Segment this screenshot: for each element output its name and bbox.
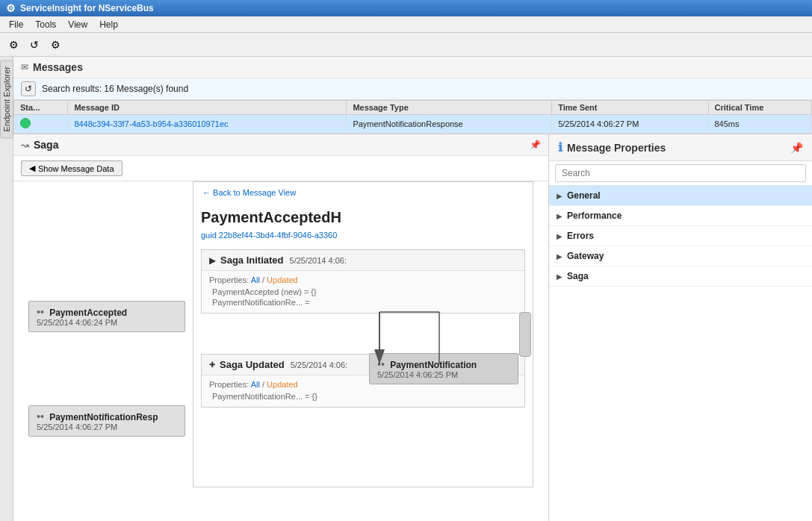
saga-diagram-panel: ← Back to Message View PaymentAcceptedH … [193, 181, 533, 487]
toolbar-options-button[interactable]: ⚙ [46, 36, 64, 54]
saga-label: Saga [567, 271, 589, 281]
saga-icon: ↝ [21, 140, 29, 151]
toolbar: ⚙ ↺ ⚙ [0, 33, 812, 57]
saga-guid: guid 22b8ef44-3bd4-4fbf-9046-a3360 [193, 229, 533, 241]
bottom-area: ↝ Saga 📌 ◀ Show Message Data ← Back to M… [13, 134, 812, 521]
errors-label: Errors [567, 231, 594, 241]
payment-accepted-name: PaymentAccepted [49, 308, 127, 318]
row-message-type: PaymentNotificationResponse [347, 115, 552, 134]
payment-accepted-message-box[interactable]: •• PaymentAccepted 5/25/2014 4:06:24 PM [28, 301, 185, 332]
messages-header: ✉ Messages [13, 57, 812, 78]
saga-initiated-time: 5/25/2014 4:06: [290, 256, 347, 265]
app-title: ServiceInsight for NServiceBus [20, 3, 154, 13]
play-icon: ▶ [209, 255, 216, 266]
title-bar: ⚙ ServiceInsight for NServiceBus [0, 0, 812, 16]
general-label: General [567, 190, 601, 201]
payment-notification-time: 5/25/2014 4:06:25 PM [377, 370, 510, 379]
message-properties-title: Message Properties [567, 142, 666, 154]
show-message-data-button[interactable]: ◀ Show Message Data [21, 160, 123, 176]
scroll-handle[interactable] [519, 312, 531, 357]
payment-notif-resp-time: 5/25/2014 4:06:27 PM [37, 422, 177, 431]
endpoint-explorer-tab[interactable]: Endpoint Explorer [0, 60, 13, 138]
messages-panel: ✉ Messages ↺ Search results: 16 Message(… [13, 57, 812, 134]
payment-notif-resp-name: PaymentNotificationResp [49, 412, 158, 422]
performance-label: Performance [567, 210, 622, 221]
tree-arrow-errors: ▶ [557, 232, 562, 240]
props-label: Properties: [209, 275, 249, 284]
saga-initiated-block: ▶ Saga Initiated 5/25/2014 4:06: Propert… [201, 249, 525, 313]
saga-title-area: PaymentAcceptedH [193, 209, 533, 229]
msg-dots-notif-icon: •• [377, 358, 385, 370]
messages-title: Messages [33, 61, 83, 73]
toolbar-refresh-button[interactable]: ↺ [25, 36, 43, 54]
payment-notification-message-box[interactable]: •• PaymentNotification 5/25/2014 4:06:25… [369, 353, 518, 384]
table-row[interactable]: 8448c394-33f7-4a53-b954-a336010971ec Pay… [14, 115, 812, 134]
info-icon: ℹ [558, 140, 562, 155]
toolbar-settings-button[interactable]: ⚙ [4, 36, 22, 54]
back-to-message-view-link[interactable]: ← Back to Message View [193, 182, 533, 203]
row-critical-time: 845ms [708, 115, 812, 134]
show-data-label: Show Message Data [38, 164, 114, 173]
tree-arrow-saga: ▶ [557, 272, 562, 281]
row-status [14, 115, 68, 134]
prop-tree-saga[interactable]: ▶ Saga [549, 266, 812, 287]
saga-toolbar: ◀ Show Message Data [13, 156, 548, 181]
show-data-icon: ◀ [29, 163, 35, 173]
payment-notification-resp-message-box[interactable]: •• PaymentNotificationResp 5/25/2014 4:0… [28, 405, 185, 437]
saga-content: ← Back to Message View PaymentAcceptedH … [13, 181, 548, 487]
message-properties-panel: ℹ Message Properties 📌 ▶ General [549, 134, 812, 521]
prop-item-1: PaymentAccepted (new) = {} [209, 287, 517, 296]
col-time-sent: Time Sent [552, 101, 708, 115]
menu-help[interactable]: Help [93, 18, 124, 31]
menu-tools[interactable]: Tools [29, 18, 62, 31]
tree-arrow-general: ▶ [557, 192, 562, 200]
prop-tree-gateway[interactable]: ▶ Gateway [549, 246, 812, 266]
messages-table: Sta... Message ID Message Type Time Sent… [13, 100, 812, 134]
props-search-input[interactable] [555, 164, 806, 182]
message-properties-header: ℹ Message Properties 📌 [549, 134, 812, 161]
menu-view[interactable]: View [62, 18, 93, 31]
saga-title: Saga [34, 139, 58, 151]
saga-initiated-body: Properties: All / Updated PaymentAccepte… [202, 271, 524, 313]
status-ok-icon [20, 118, 31, 128]
tree-arrow-performance: ▶ [557, 212, 562, 220]
col-status: Sta... [14, 101, 68, 115]
prop-tree-performance[interactable]: ▶ Performance [549, 206, 812, 226]
tree-arrow-gateway: ▶ [557, 252, 562, 260]
payment-notification-name: PaymentNotification [390, 360, 477, 370]
updated-updated-link[interactable]: Updated [267, 380, 298, 389]
menu-bar: File Tools View Help [0, 16, 812, 33]
updated-link[interactable]: Updated [267, 275, 298, 284]
plus-icon: ✚ [209, 361, 215, 369]
col-critical-time: Critical Time [708, 101, 812, 115]
prop-tree-general[interactable]: ▶ General [549, 186, 812, 206]
prop-tree-errors[interactable]: ▶ Errors [549, 226, 812, 246]
saga-pin-icon[interactable]: 📌 [530, 140, 541, 150]
row-time-sent: 5/25/2014 4:06:27 PM [552, 115, 708, 134]
row-message-id[interactable]: 8448c394-33f7-4a53-b954-a336010971ec [68, 115, 347, 134]
property-tree: ▶ General ▶ Performance ▶ Errors [549, 186, 812, 287]
saga-header: ↝ Saga 📌 [13, 134, 548, 156]
gateway-label: Gateway [567, 251, 604, 261]
msg-dots-icon: •• [37, 306, 44, 318]
saga-initiated-header: ▶ Saga Initiated 5/25/2014 4:06: [202, 250, 524, 271]
menu-file[interactable]: File [3, 18, 29, 31]
properties-line: Properties: All / Updated [209, 275, 517, 284]
props-search-area [549, 161, 812, 186]
all-link[interactable]: All [251, 275, 260, 284]
saga-handler-name: PaymentAcceptedH [201, 209, 525, 226]
saga-panel: ↝ Saga 📌 ◀ Show Message Data ← Back to M… [13, 134, 549, 521]
prop-item-2: PaymentNotificationRe... = [209, 298, 517, 307]
left-sidebar: Endpoint Explorer [0, 57, 13, 521]
payment-accepted-time: 5/25/2014 4:06:24 PM [37, 318, 177, 327]
saga-initiated-label: Saga Initiated [220, 255, 284, 266]
saga-updated-time: 5/25/2014 4:06: [291, 361, 347, 369]
updated-all-link[interactable]: All [251, 380, 260, 389]
messages-icon: ✉ [21, 62, 28, 72]
props-pin-icon[interactable]: 📌 [790, 142, 803, 154]
search-results-bar: ↺ Search results: 16 Message(s) found [13, 78, 812, 100]
msg-dots-resp-icon: •• [37, 411, 44, 422]
saga-updated-label: Saga Updated [220, 359, 285, 370]
search-refresh-button[interactable]: ↺ [21, 81, 36, 96]
updated-props-label: Properties: [209, 380, 249, 389]
